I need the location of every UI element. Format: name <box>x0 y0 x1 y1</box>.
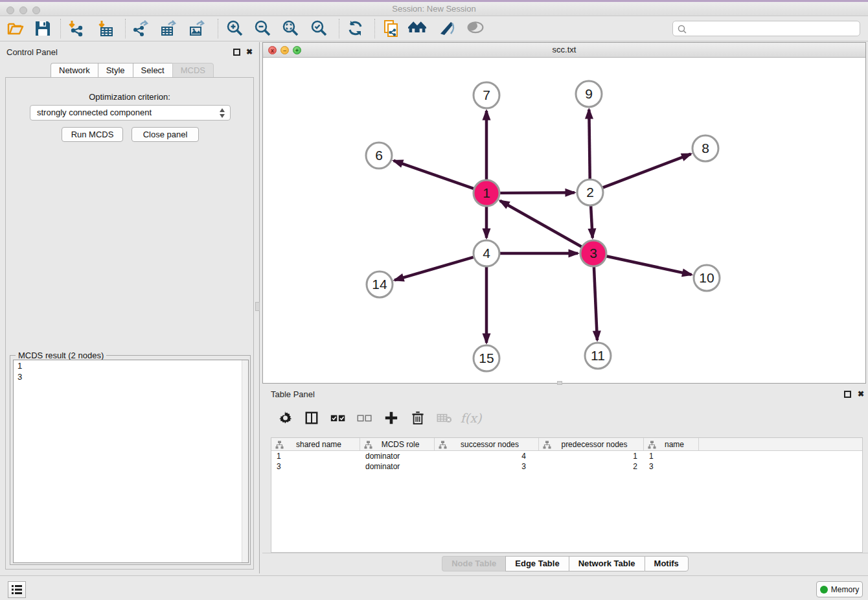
graph-node-label: 14 <box>372 277 387 292</box>
save-session-button[interactable] <box>32 18 53 39</box>
copy-network-icon <box>382 19 400 38</box>
table-cell[interactable]: 3 <box>644 461 699 472</box>
graph-edge-3-11[interactable] <box>594 266 597 340</box>
network-canvas[interactable]: 7968124314101511 <box>264 58 865 382</box>
maximize-window-dot[interactable] <box>32 6 40 14</box>
close-table-panel-icon[interactable]: ✖ <box>856 390 865 399</box>
table-body: 1dominator4113dominator323 <box>271 451 862 472</box>
refresh-button[interactable] <box>345 18 366 39</box>
table-cell[interactable]: 1 <box>539 451 644 461</box>
float-panel-icon[interactable] <box>233 49 240 56</box>
tab-edge-table[interactable]: Edge Table <box>505 556 568 571</box>
export-network-button[interactable] <box>130 18 151 39</box>
trash-icon <box>411 411 424 425</box>
graph-node-label: 6 <box>375 148 383 163</box>
tab-mcds[interactable]: MCDS <box>172 63 214 78</box>
tab-select[interactable]: Select <box>133 63 172 78</box>
table-cell[interactable]: 2 <box>539 461 644 472</box>
column-hierarchy-icon <box>543 441 551 449</box>
optimization-criterion-select[interactable]: strongly connected component <box>30 105 231 121</box>
column-header-MCDS-role[interactable]: MCDS role <box>360 438 435 450</box>
graph-edge-1-6[interactable] <box>394 161 474 189</box>
graph-edge-3-1[interactable] <box>500 201 582 247</box>
memory-label: Memory <box>831 585 859 594</box>
table-cell[interactable]: 1 <box>644 451 699 461</box>
mcds-result-list[interactable]: 1 3 <box>13 360 249 563</box>
network-maximize-icon[interactable]: + <box>293 46 301 54</box>
graph-node-label: 4 <box>483 246 490 260</box>
table-row[interactable]: 3dominator323 <box>271 461 862 472</box>
tab-node-table[interactable]: Node Table <box>442 556 505 571</box>
column-header-label: name <box>658 440 684 449</box>
table-cell[interactable]: dominator <box>360 451 435 461</box>
graph-edge-2-9[interactable] <box>589 110 589 179</box>
export-image-button[interactable] <box>187 18 207 39</box>
run-mcds-button[interactable]: Run MCDS <box>62 127 123 142</box>
search-box <box>672 21 860 36</box>
memory-button[interactable]: Memory <box>816 581 863 597</box>
delete-table-button[interactable] <box>437 410 452 426</box>
column-header-shared-name[interactable]: shared name <box>271 438 360 450</box>
graph-edge-2-8[interactable] <box>602 154 691 188</box>
tab-network-table[interactable]: Network Table <box>569 556 645 571</box>
import-table-button[interactable] <box>95 18 116 39</box>
tab-style[interactable]: Style <box>98 63 133 78</box>
graph-edge-1-2[interactable] <box>499 192 575 193</box>
zoom-in-button[interactable] <box>224 18 245 39</box>
minimize-window-dot[interactable] <box>19 6 27 14</box>
copy-network-button[interactable] <box>381 18 402 39</box>
graph-edge-3-10[interactable] <box>606 256 692 275</box>
table-cell[interactable]: 4 <box>435 451 539 461</box>
vertical-splitter-grip[interactable] <box>255 302 260 311</box>
zoom-out-button[interactable] <box>252 18 273 39</box>
tab-network[interactable]: Network <box>51 63 98 78</box>
table-delete-icon <box>437 413 452 423</box>
graph-edge-4-14[interactable] <box>394 257 474 281</box>
split-view-button[interactable] <box>304 410 319 426</box>
graph-edge-2-3[interactable] <box>591 205 593 238</box>
hide-labels-button[interactable] <box>437 18 457 39</box>
delete-column-button[interactable] <box>410 410 426 426</box>
table-cell[interactable]: dominator <box>360 461 435 472</box>
table-cell[interactable]: 3 <box>271 461 360 472</box>
table-cell[interactable]: 1 <box>271 451 360 461</box>
float-table-panel-icon[interactable] <box>844 391 851 398</box>
close-window-dot[interactable] <box>6 6 14 14</box>
zoom-selected-button[interactable] <box>308 18 329 39</box>
open-session-button[interactable] <box>5 18 26 39</box>
close-panel-icon[interactable]: ✖ <box>245 48 254 57</box>
table-cell[interactable]: 3 <box>435 461 539 472</box>
graph-node-label: 10 <box>699 270 714 285</box>
task-history-button[interactable] <box>8 581 26 598</box>
result-scrollbar[interactable] <box>242 360 248 562</box>
search-icon <box>677 24 687 34</box>
home-view-button[interactable] <box>407 18 428 39</box>
zoom-selected-icon <box>310 19 328 38</box>
column-header-name[interactable]: name <box>644 438 699 450</box>
table-row[interactable]: 1dominator411 <box>271 451 862 461</box>
close-panel-button[interactable]: Close panel <box>131 127 199 142</box>
table-tab-strip: Node Table Edge Table Network Table Moti… <box>262 553 868 573</box>
horizontal-splitter-grip[interactable] <box>557 381 562 385</box>
show-graphics-button[interactable] <box>465 18 486 39</box>
import-network-button[interactable] <box>65 18 86 39</box>
zoom-fit-button[interactable] <box>280 18 301 39</box>
add-column-button[interactable] <box>383 410 399 426</box>
search-input[interactable] <box>690 22 857 35</box>
column-header-successor-nodes[interactable]: successor nodes <box>435 438 539 450</box>
table-mode-button[interactable] <box>277 410 293 426</box>
network-minimize-icon[interactable]: – <box>280 46 289 54</box>
mcds-result-title: MCDS result (2 nodes) <box>16 351 106 360</box>
deselect-all-button[interactable] <box>357 410 372 426</box>
export-table-button[interactable] <box>158 18 179 39</box>
function-builder-button[interactable]: f(x) <box>463 410 479 426</box>
select-all-button[interactable] <box>330 410 346 426</box>
network-close-icon[interactable]: x <box>268 46 277 54</box>
columns-icon <box>304 411 319 425</box>
column-header-predecessor-nodes[interactable]: predecessor nodes <box>539 438 644 450</box>
mcds-result-item[interactable]: 3 <box>14 371 248 382</box>
mcds-result-item[interactable]: 1 <box>14 360 248 371</box>
import-network-icon <box>67 19 85 38</box>
houses-icon <box>408 20 426 35</box>
tab-motifs[interactable]: Motifs <box>645 556 689 571</box>
